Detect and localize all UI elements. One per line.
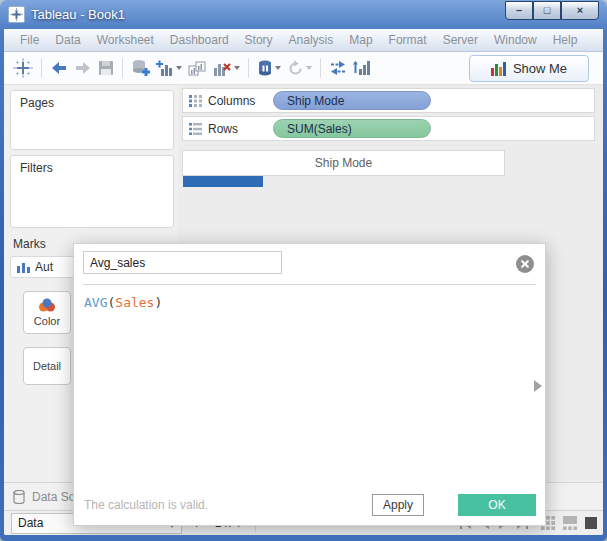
- functions-pane-expander-icon[interactable]: [534, 380, 542, 392]
- validation-status: The calculation is valid.: [84, 498, 372, 512]
- full-view-icon[interactable]: [585, 517, 597, 529]
- main-area: Pages Filters Marks Aut C: [4, 85, 603, 482]
- ship-mode-pill[interactable]: Ship Mode: [273, 91, 431, 110]
- window-controls: – □ ×: [505, 1, 599, 20]
- toolbar-separator: [122, 58, 123, 78]
- menu-map[interactable]: Map: [341, 33, 380, 47]
- menu-help[interactable]: Help: [545, 33, 586, 47]
- window-body: File Data Worksheet Dashboard Story Anal…: [4, 29, 603, 535]
- forward-icon[interactable]: [71, 58, 95, 78]
- maximize-button[interactable]: □: [533, 1, 561, 20]
- menu-server[interactable]: Server: [435, 33, 486, 47]
- connect-to-data-icon[interactable]: [128, 57, 153, 79]
- menu-bar: File Data Worksheet Dashboard Story Anal…: [4, 29, 603, 52]
- menu-window[interactable]: Window: [486, 33, 545, 47]
- close-icon[interactable]: [516, 255, 534, 273]
- window-title: Tableau - Book1: [31, 7, 505, 22]
- menu-data[interactable]: Data: [47, 33, 88, 47]
- detail-button[interactable]: Detail: [23, 347, 71, 385]
- toolbar-separator: [320, 58, 321, 78]
- menu-file[interactable]: File: [12, 33, 47, 47]
- filmstrip-icon[interactable]: [563, 516, 577, 530]
- dialog-footer: The calculation is valid. Apply OK: [84, 493, 536, 516]
- column-field-header: Ship Mode: [182, 150, 505, 176]
- color-label: Color: [34, 315, 60, 327]
- formula-field: Sales: [115, 295, 154, 310]
- calculation-name-input[interactable]: [83, 251, 282, 274]
- bar-chart-icon: [17, 261, 30, 273]
- sum-sales-pill[interactable]: SUM(Sales): [273, 119, 431, 138]
- pause-auto-updates-caret-icon[interactable]: [275, 66, 281, 70]
- columns-shelf-label: Columns: [189, 94, 273, 108]
- column-field-header-label: Ship Mode: [315, 156, 372, 170]
- show-me-icon: [491, 61, 506, 76]
- menu-dashboard[interactable]: Dashboard: [162, 33, 237, 47]
- sum-sales-pill-label: SUM(Sales): [287, 122, 352, 136]
- view-mode-buttons: [541, 516, 597, 530]
- data-source-icon: [13, 490, 25, 504]
- formula-close-paren: ): [154, 295, 162, 310]
- new-worksheet-icon[interactable]: [153, 58, 185, 79]
- dialog-separator: [83, 284, 536, 285]
- rows-shelf[interactable]: Rows SUM(Sales): [182, 116, 595, 141]
- tableau-logo-icon[interactable]: [10, 56, 36, 80]
- formula-function: AVG: [84, 295, 107, 310]
- calculated-field-dialog: AVG(Sales) The calculation is valid. App…: [73, 243, 546, 526]
- detail-label: Detail: [33, 360, 61, 372]
- columns-icon: [189, 95, 202, 107]
- title-bar: Tableau - Book1 – □ ×: [0, 0, 607, 29]
- chart-bar[interactable]: [183, 176, 263, 187]
- ship-mode-pill-label: Ship Mode: [287, 94, 344, 108]
- color-icon: [39, 298, 55, 312]
- filters-shelf[interactable]: Filters: [10, 155, 174, 228]
- show-me-button[interactable]: Show Me: [469, 55, 589, 82]
- pages-shelf[interactable]: Pages: [10, 90, 174, 150]
- apply-button[interactable]: Apply: [372, 494, 424, 516]
- formula-editor[interactable]: AVG(Sales): [84, 295, 525, 475]
- new-worksheet-caret-icon[interactable]: [176, 66, 182, 70]
- columns-shelf[interactable]: Columns Ship Mode: [182, 88, 595, 113]
- mark-type-value: Aut: [35, 260, 53, 274]
- menu-story[interactable]: Story: [237, 33, 281, 47]
- filters-label: Filters: [20, 161, 53, 175]
- pause-auto-updates-icon[interactable]: [254, 58, 284, 79]
- columns-text: Columns: [208, 94, 255, 108]
- clear-sheet-caret-icon[interactable]: [234, 66, 240, 70]
- toolbar: Show Me: [4, 52, 603, 85]
- rows-text: Rows: [208, 122, 238, 136]
- menu-format[interactable]: Format: [381, 33, 435, 47]
- status-data-label: Data: [18, 516, 43, 530]
- tableau-app-icon: [8, 6, 25, 23]
- clear-sheet-icon[interactable]: [210, 58, 243, 79]
- toolbar-separator: [248, 58, 249, 78]
- refresh-data-icon[interactable]: [284, 58, 315, 79]
- rows-icon: [189, 123, 202, 135]
- swap-rows-columns-icon[interactable]: [326, 58, 350, 78]
- show-me-label: Show Me: [513, 61, 567, 76]
- rows-shelf-label: Rows: [189, 122, 273, 136]
- toolbar-separator: [41, 58, 42, 78]
- pages-label: Pages: [20, 96, 54, 110]
- menu-analysis[interactable]: Analysis: [281, 33, 342, 47]
- sort-ascending-icon[interactable]: [350, 58, 374, 78]
- color-button[interactable]: Color: [23, 291, 71, 334]
- save-icon[interactable]: [95, 58, 117, 78]
- menu-worksheet[interactable]: Worksheet: [89, 33, 162, 47]
- duplicate-sheet-icon[interactable]: [185, 58, 210, 79]
- back-icon[interactable]: [47, 58, 71, 78]
- close-button[interactable]: ×: [561, 1, 599, 20]
- minimize-button[interactable]: –: [505, 1, 533, 20]
- tableau-window: Tableau - Book1 – □ × File Data Workshee…: [0, 0, 607, 541]
- refresh-data-caret-icon[interactable]: [306, 66, 312, 70]
- ok-button[interactable]: OK: [458, 494, 536, 516]
